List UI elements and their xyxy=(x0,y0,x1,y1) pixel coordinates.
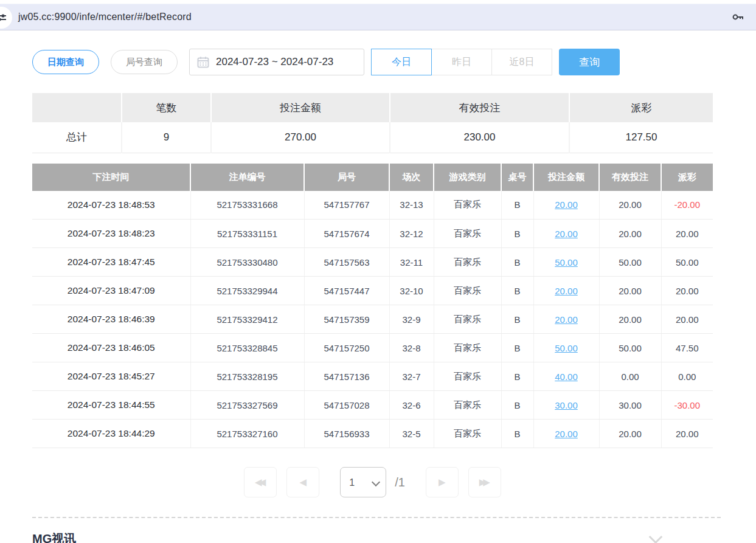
tune-icon xyxy=(0,12,7,24)
filter-toolbar: 日期查询 局号查询 2024-07-23 ~ 2024-07-23 今日 xyxy=(32,49,756,75)
last-page-button[interactable]: ▶▶ xyxy=(468,467,501,497)
cell-game-type: 百家乐 xyxy=(434,362,501,391)
site-settings-icon[interactable] xyxy=(0,7,12,29)
summary-header-row: 笔数 投注金额 有效投注 派彩 xyxy=(32,93,713,122)
calendar-icon xyxy=(197,56,209,68)
bet-amount-link[interactable]: 20.00 xyxy=(555,199,578,210)
cell-round-no: 547157136 xyxy=(304,362,389,391)
table-row: 2024-07-23 18:46:39 521753329412 5471573… xyxy=(32,305,713,334)
col-bet-amount: 投注金额 xyxy=(533,164,599,191)
cell-order-no: 521753329944 xyxy=(190,277,304,305)
cell-game-type: 百家乐 xyxy=(434,220,501,248)
cell-valid-bet: 20.00 xyxy=(599,220,661,248)
cell-game-type: 百家乐 xyxy=(434,334,501,362)
password-key-icon[interactable] xyxy=(730,10,745,24)
col-payout: 派彩 xyxy=(661,164,713,191)
page-select[interactable]: 1 xyxy=(340,467,386,497)
cell-table-no: B xyxy=(501,220,533,248)
browser-url-bar[interactable]: jw05.cc:9900/infe/mcenter/#/betRecord xyxy=(0,4,756,30)
bet-amount-link[interactable]: 40.00 xyxy=(555,372,578,382)
bet-amount-link[interactable]: 20.00 xyxy=(555,286,578,296)
cell-valid-bet: 50.00 xyxy=(599,248,661,277)
table-row: 2024-07-23 18:44:29 521753327160 5471569… xyxy=(32,420,713,448)
yesterday-button[interactable]: 昨日 xyxy=(431,49,492,75)
prev-page-button[interactable]: ◀ xyxy=(286,467,319,497)
today-button[interactable]: 今日 xyxy=(371,49,432,75)
summary-table: 笔数 投注金额 有效投注 派彩 总计 9 270.00 230.00 127.5… xyxy=(32,93,713,153)
date-range-input[interactable]: 2024-07-23 ~ 2024-07-23 xyxy=(189,49,364,75)
bet-table-header-row: 下注时间 注单编号 局号 场次 游戏类别 桌号 投注金额 有效投注 派彩 xyxy=(32,164,713,191)
table-row: 2024-07-23 18:48:23 521753331151 5471576… xyxy=(32,220,713,248)
col-bet-time: 下注时间 xyxy=(32,164,190,191)
col-table-no: 桌号 xyxy=(501,164,533,191)
cell-table-no: B xyxy=(501,277,533,305)
summary-header-blank xyxy=(32,93,122,122)
cell-round-no: 547157359 xyxy=(304,305,389,334)
cell-order-no: 521753329412 xyxy=(190,305,304,334)
cell-order-no: 521753327160 xyxy=(190,420,304,448)
cell-session: 32-13 xyxy=(389,191,434,220)
cell-bet-time: 2024-07-23 18:45:27 xyxy=(32,362,190,391)
bet-amount-link[interactable]: 50.00 xyxy=(555,343,578,353)
cell-bet-time: 2024-07-23 18:44:29 xyxy=(32,420,190,448)
page-select-wrap: 1 xyxy=(340,467,386,497)
bet-amount-link[interactable]: 50.00 xyxy=(555,257,578,268)
bet-amount-link[interactable]: 20.00 xyxy=(555,314,578,325)
url-text[interactable]: jw05.cc:9900/infe/mcenter/#/betRecord xyxy=(18,12,192,22)
cell-payout: 20.00 xyxy=(661,420,713,448)
cell-order-no: 521753330480 xyxy=(190,248,304,277)
summary-header-payout: 派彩 xyxy=(569,93,713,122)
cell-round-no: 547157028 xyxy=(304,391,389,420)
cell-game-type: 百家乐 xyxy=(434,248,501,277)
first-page-button[interactable]: ◀◀ xyxy=(244,467,277,497)
bet-record-page: 日期查询 局号查询 2024-07-23 ~ 2024-07-23 今日 xyxy=(0,49,756,543)
cell-game-type: 百家乐 xyxy=(434,277,501,305)
right-arrow-icon: ▶ xyxy=(439,477,443,488)
pagination: ◀◀ ◀ 1 /1 ▶ ▶▶ xyxy=(32,467,713,497)
cell-bet-time: 2024-07-23 18:47:45 xyxy=(32,248,190,277)
table-row: 2024-07-23 18:47:09 521753329944 5471574… xyxy=(32,277,713,305)
cell-table-no: B xyxy=(501,420,533,448)
last-8-days-button[interactable]: 近8日 xyxy=(491,49,552,75)
table-row: 2024-07-23 18:47:45 521753330480 5471575… xyxy=(32,248,713,277)
cell-bet-amount: 20.00 xyxy=(533,220,599,248)
left-arrow-icon: ◀ xyxy=(299,477,303,488)
cell-round-no: 547157674 xyxy=(304,220,389,248)
cell-table-no: B xyxy=(501,248,533,277)
cell-valid-bet: 20.00 xyxy=(599,305,661,334)
bet-record-table: 下注时间 注单编号 局号 场次 游戏类别 桌号 投注金额 有效投注 派彩 202… xyxy=(32,164,713,449)
cell-payout: -20.00 xyxy=(661,191,713,220)
summary-total-row: 总计 9 270.00 230.00 127.50 xyxy=(32,122,713,153)
cell-valid-bet: 30.00 xyxy=(599,391,661,420)
summary-header-valid-bet: 有效投注 xyxy=(390,93,569,122)
cell-payout: 20.00 xyxy=(661,220,713,248)
bet-amount-link[interactable]: 30.00 xyxy=(555,400,578,410)
search-button[interactable]: 查询 xyxy=(559,49,620,75)
cell-game-type: 百家乐 xyxy=(434,191,501,220)
round-query-tab[interactable]: 局号查询 xyxy=(111,50,178,74)
cell-valid-bet: 0.00 xyxy=(599,362,661,391)
col-session: 场次 xyxy=(389,164,434,191)
cell-bet-amount: 50.00 xyxy=(533,248,599,277)
cell-round-no: 547157250 xyxy=(304,334,389,362)
cell-bet-amount: 50.00 xyxy=(533,334,599,362)
mg-section-header[interactable]: MG视讯 xyxy=(32,531,713,543)
cell-order-no: 521753327569 xyxy=(190,391,304,420)
cell-bet-time: 2024-07-23 18:48:53 xyxy=(32,191,190,220)
cell-bet-time: 2024-07-23 18:46:39 xyxy=(32,305,190,334)
next-page-button[interactable]: ▶ xyxy=(426,467,459,497)
cell-round-no: 547157767 xyxy=(304,191,389,220)
cell-bet-amount: 20.00 xyxy=(533,420,599,448)
cell-bet-time: 2024-07-23 18:47:09 xyxy=(32,277,190,305)
col-order-no: 注单编号 xyxy=(190,164,304,191)
cell-order-no: 521753328195 xyxy=(190,362,304,391)
table-row: 2024-07-23 18:44:55 521753327569 5471570… xyxy=(32,391,713,420)
bet-table-body: 2024-07-23 18:48:53 521753331668 5471577… xyxy=(32,191,713,448)
cell-session: 32-5 xyxy=(389,420,434,448)
bet-amount-link[interactable]: 20.00 xyxy=(555,229,578,239)
cell-table-no: B xyxy=(501,305,533,334)
cell-table-no: B xyxy=(501,334,533,362)
date-query-tab[interactable]: 日期查询 xyxy=(32,50,99,74)
bet-amount-link[interactable]: 20.00 xyxy=(555,429,578,439)
chevron-down-icon[interactable] xyxy=(649,530,663,543)
